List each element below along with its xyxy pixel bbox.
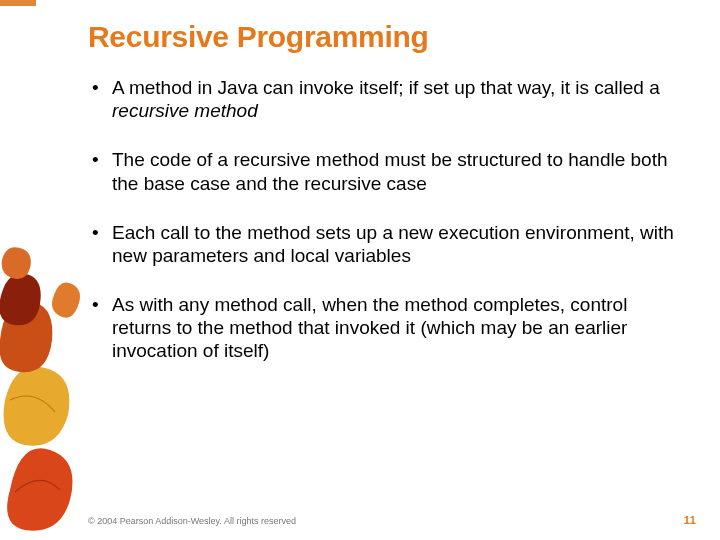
- bullet-text-pre: A method in Java can invoke itself; if s…: [112, 77, 660, 98]
- slide: Recursive Programming A method in Java c…: [0, 0, 720, 540]
- bullet-text-em: recursive method: [112, 100, 258, 121]
- bullet-text-pre: Each call to the method sets up a new ex…: [112, 222, 674, 266]
- bullet-text-pre: As with any method call, when the method…: [112, 294, 627, 361]
- bullet-list: A method in Java can invoke itself; if s…: [88, 76, 690, 363]
- bullet-item: The code of a recursive method must be s…: [88, 148, 690, 194]
- content-area: Recursive Programming A method in Java c…: [88, 20, 690, 389]
- bullet-item: Each call to the method sets up a new ex…: [88, 221, 690, 267]
- top-accent-bar: [0, 0, 36, 6]
- slide-title: Recursive Programming: [88, 20, 690, 54]
- page-number: 11: [684, 514, 696, 526]
- bullet-item: A method in Java can invoke itself; if s…: [88, 76, 690, 122]
- copyright-text: © 2004 Pearson Addison-Wesley. All right…: [88, 516, 296, 526]
- autumn-leaves-decoration: [0, 240, 90, 540]
- bullet-text-pre: The code of a recursive method must be s…: [112, 149, 668, 193]
- bullet-item: As with any method call, when the method…: [88, 293, 690, 363]
